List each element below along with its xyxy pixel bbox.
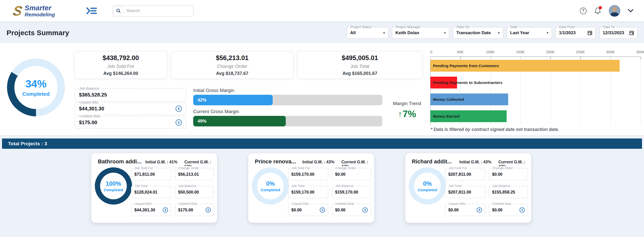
field-label: Job Total	[291, 184, 306, 188]
chart-bar-row[interactable]: Money Earned	[430, 110, 640, 122]
kpi-avg: Avg $146,264.00	[103, 71, 138, 76]
field-value: $0.00	[335, 208, 345, 212]
filter-value: All	[350, 30, 356, 35]
filter-label: Project Manager	[394, 25, 422, 29]
search-input[interactable]	[123, 8, 192, 13]
dollar-icon[interactable]: $	[320, 207, 325, 213]
filter-date-to[interactable]: Date To 12/31/2023	[599, 27, 637, 39]
user-avatar[interactable]	[609, 5, 620, 17]
search-icon[interactable]	[113, 6, 123, 16]
dollar-icon[interactable]: $	[519, 207, 525, 213]
dollar-icon[interactable]: $	[477, 207, 482, 213]
field-value: $207,811.00	[448, 172, 471, 177]
kpi-change-order: $56,213.01 Change Order Avg $18,737.67	[171, 52, 293, 79]
chart-footnote: * Data is filtered by contract signed da…	[431, 127, 559, 132]
field-label: Unpaid Bills	[78, 100, 100, 104]
field-label: Job Sold For	[291, 166, 311, 170]
chart-tickmark	[640, 57, 641, 59]
notification-dot	[599, 6, 602, 9]
summary-panel: 34% Completed $438,792.00 Job Sold For A…	[0, 43, 644, 135]
caret-down-icon: ▾	[379, 31, 385, 35]
field-label: Job Total	[134, 184, 149, 188]
filter-label: Filter On	[455, 25, 471, 29]
filter-date-preset[interactable]: Date Last Year ▾	[507, 27, 552, 39]
field-unpaid-bills: Unpaid Bills $44,301.30 $	[74, 102, 186, 115]
margin-trend-label: Margin Trend	[389, 101, 425, 106]
field-label: Change Order	[334, 166, 357, 170]
dollar-icon[interactable]: $	[206, 207, 211, 213]
dollar-icon[interactable]: $	[176, 106, 182, 112]
brand-logo: S Smarter Remodeling	[13, 4, 55, 18]
kpi-value: $56,213.01	[216, 54, 249, 62]
field-job-balance: Job Balance $155,858.25	[489, 186, 528, 198]
project-title: Richard addit...	[412, 158, 452, 165]
field-label: Job Sold For	[134, 166, 154, 170]
field-value: $159,170.00	[291, 172, 314, 177]
kpi-label: Job Sold For	[107, 64, 134, 69]
field-value: $0.00	[291, 208, 302, 212]
margin-trend: Margin Trend ↑ 7%	[389, 101, 425, 119]
field-value: $0.00	[492, 208, 502, 212]
dollar-icon[interactable]: $	[163, 207, 168, 213]
chart-bar-row[interactable]: Pending Payments from Customers	[430, 60, 640, 72]
notifications-bell-icon[interactable]	[594, 7, 601, 15]
trend-up-arrow-icon: ↑	[398, 109, 402, 119]
chart-bar-row[interactable]: Money Collected	[430, 93, 640, 105]
chart-tickmark	[550, 57, 551, 59]
field-label: Unbilled Bids	[177, 202, 198, 206]
caret-down-icon: ▾	[543, 31, 548, 35]
project-title: Bathroom addi...	[98, 158, 142, 165]
field-job-total: Job Total $207,811.00	[445, 186, 485, 198]
project-card[interactable]: Bathroom addi... Initial G.M. : 41% Curr…	[91, 153, 217, 223]
field-label: Unbilled Bids	[491, 202, 512, 206]
field-label: Job Sold For	[448, 166, 468, 170]
project-card[interactable]: Richard addit... Initial G.M. : 43% Curr…	[405, 153, 531, 223]
filter-filter-on[interactable]: Filter On Transaction Date ▾	[453, 27, 503, 39]
chart-plot-area: Pending Payments from CustomersPending P…	[430, 56, 640, 125]
chart-tickmark	[460, 57, 461, 59]
calendar-icon[interactable]	[626, 30, 634, 35]
kpi-label: Change Order	[217, 64, 247, 69]
field-unbilled-bids: Unbilled Bids $0.00 $	[332, 204, 371, 216]
field-value: $175.00	[79, 120, 97, 125]
calendar-icon[interactable]	[585, 30, 592, 35]
project-completion-donut: 100% Completed	[95, 167, 132, 205]
filter-project-status[interactable]: Project Status All ▾	[347, 27, 388, 39]
field-label: Unpaid Bills	[134, 202, 153, 206]
field-label: Job Balance	[78, 86, 101, 90]
field-label: Unpaid Bills	[448, 202, 467, 206]
project-completion-donut: 0% Completed	[252, 167, 289, 205]
dollar-icon[interactable]: $	[176, 119, 182, 126]
field-label: Unbilled Bids	[78, 114, 102, 118]
chart-gridline	[640, 57, 641, 125]
kpi-row: $438,792.00 Job Sold For Avg $146,264.00…	[74, 52, 422, 79]
field-label: Change Order	[491, 166, 514, 170]
page-title: Projects Summary	[7, 29, 69, 37]
field-label: Job Balance	[491, 184, 511, 188]
chart-bar-label: Pending Payments from Customers	[433, 64, 499, 68]
project-cards: Bathroom addi... Initial G.M. : 41% Curr…	[91, 153, 531, 223]
margin-trend-value: 7%	[403, 109, 416, 119]
filter-value: 12/31/2023	[603, 30, 624, 35]
filter-date-from[interactable]: Date From 1/1/2023	[555, 27, 596, 39]
completion-percent: 34%	[25, 78, 47, 90]
filter-value: 1/1/2023	[559, 30, 576, 35]
kpi-job-total: $495,005.01 Job Total Avg $165,001.67	[297, 52, 422, 79]
field-value: $155,858.25	[492, 190, 515, 195]
chart-bar-row[interactable]: Pending Payments to Subcontractors	[430, 77, 640, 88]
field-value: $365,528.25	[79, 92, 107, 98]
sidebar-toggle-button[interactable]	[86, 7, 97, 15]
field-job-total: Job Total $128,024.01	[131, 186, 171, 198]
filter-project-manager[interactable]: Project Manager Keith Dolan ▾	[392, 27, 449, 39]
field-change-order: Change Order $0.00	[332, 168, 371, 180]
field-value: $0.00	[335, 172, 345, 177]
help-icon[interactable]: ?	[580, 8, 587, 14]
dollar-icon[interactable]: $	[363, 207, 368, 213]
account-chevron-down-icon[interactable]	[628, 9, 633, 13]
field-job-balance: Job Balance $159,170.00	[332, 186, 371, 198]
chart-tick-label: 350K	[636, 50, 644, 54]
field-unpaid-bills: Unpaid Bills $0.00 $	[288, 204, 328, 216]
field-job-balance: Job Balance $50,500.00	[175, 186, 214, 198]
project-card[interactable]: Prince renova... Initial G.M. : 43% Curr…	[248, 153, 374, 223]
filter-value: Transaction Date	[456, 30, 491, 35]
